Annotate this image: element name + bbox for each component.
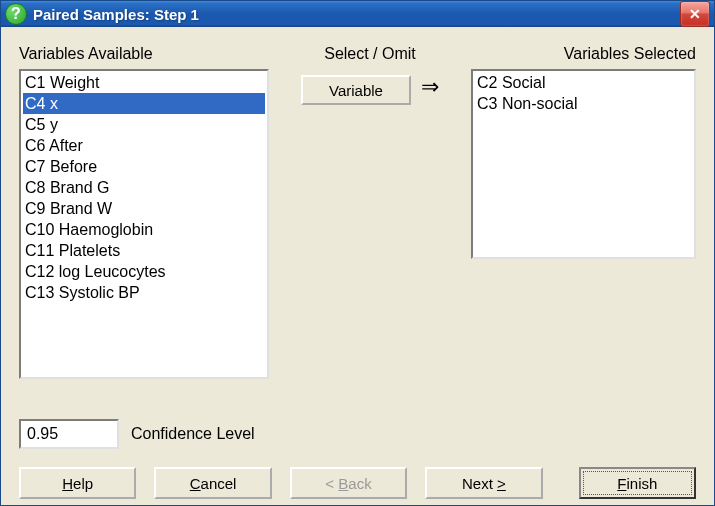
dialog-content: Variables Available C1 WeightC4 xC5 yC6 … xyxy=(1,27,714,506)
list-item[interactable]: C6 After xyxy=(23,135,265,156)
variable-row: Variable ⇒ xyxy=(301,69,439,105)
list-item[interactable]: C13 Systolic BP xyxy=(23,282,265,303)
available-label: Variables Available xyxy=(19,45,269,63)
select-omit-label: Select / Omit xyxy=(269,45,471,63)
titlebar: ? Paired Samples: Step 1 ✕ xyxy=(1,1,714,27)
list-item[interactable]: C11 Platelets xyxy=(23,240,265,261)
window-title: Paired Samples: Step 1 xyxy=(33,6,680,23)
confidence-input[interactable] xyxy=(19,419,119,449)
list-item[interactable]: C1 Weight xyxy=(23,72,265,93)
list-item[interactable]: C2 Social xyxy=(475,72,692,93)
finish-button[interactable]: Finish xyxy=(579,467,696,499)
list-item[interactable]: C9 Brand W xyxy=(23,198,265,219)
help-icon: ? xyxy=(5,3,27,25)
list-item[interactable]: C7 Before xyxy=(23,156,265,177)
available-listbox[interactable]: C1 WeightC4 xC5 yC6 AfterC7 BeforeC8 Bra… xyxy=(19,69,269,379)
selected-column: Variables Selected C2 SocialC3 Non-socia… xyxy=(471,45,696,379)
next-button[interactable]: Next > xyxy=(425,467,542,499)
cancel-button[interactable]: Cancel xyxy=(154,467,271,499)
list-item[interactable]: C12 log Leucocytes xyxy=(23,261,265,282)
list-item[interactable]: C4 x xyxy=(23,93,265,114)
button-row: Help Cancel < Back Next > Finish xyxy=(19,467,696,499)
select-omit-column: Select / Omit Variable ⇒ xyxy=(269,45,471,379)
back-button: < Back xyxy=(290,467,407,499)
top-area: Variables Available C1 WeightC4 xC5 yC6 … xyxy=(19,45,696,379)
selected-listbox[interactable]: C2 SocialC3 Non-social xyxy=(471,69,696,259)
variable-button-label: Variable xyxy=(329,82,383,99)
help-button[interactable]: Help xyxy=(19,467,136,499)
available-column: Variables Available C1 WeightC4 xC5 yC6 … xyxy=(19,45,269,379)
close-button[interactable]: ✕ xyxy=(680,1,710,27)
confidence-row: Confidence Level xyxy=(19,419,696,449)
list-item[interactable]: C3 Non-social xyxy=(475,93,692,114)
list-item[interactable]: C10 Haemoglobin xyxy=(23,219,265,240)
list-item[interactable]: C5 y xyxy=(23,114,265,135)
arrow-right-icon: ⇒ xyxy=(421,74,439,100)
variable-button[interactable]: Variable xyxy=(301,75,411,105)
confidence-label: Confidence Level xyxy=(131,425,255,443)
dialog-window: ? Paired Samples: Step 1 ✕ Variables Ava… xyxy=(0,0,715,506)
selected-label: Variables Selected xyxy=(471,45,696,63)
close-icon: ✕ xyxy=(689,6,701,22)
list-item[interactable]: C8 Brand G xyxy=(23,177,265,198)
